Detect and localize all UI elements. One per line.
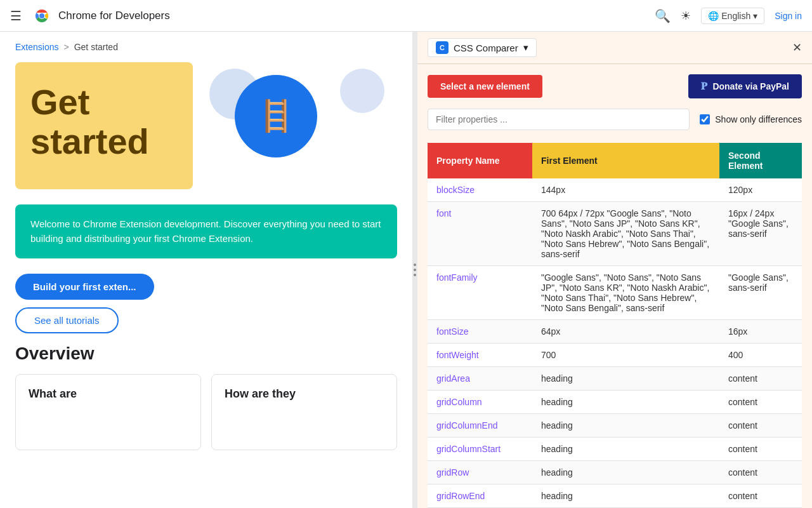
property-link[interactable]: gridColumn <box>436 397 482 407</box>
property-link[interactable]: fontWeight <box>436 350 479 360</box>
property-link[interactable]: gridRow <box>436 467 469 478</box>
property-link[interactable]: blockSize <box>436 185 475 195</box>
second-element-value: content <box>719 461 802 485</box>
breadcrumb-separator: > <box>63 42 69 52</box>
first-element-value: heading <box>532 461 719 485</box>
second-element-value: content <box>719 367 802 391</box>
right-panel: C CSS Comparer ▾ ✕ Select a new element … <box>417 32 812 508</box>
first-element-value: heading <box>532 391 719 414</box>
main-area: Extensions > Get started Get started 🪜 <box>0 32 812 508</box>
breadcrumb-current: Get started <box>74 42 118 52</box>
hero-section: Get started 🪜 <box>0 62 412 204</box>
table-row: fontWeight700400 <box>428 344 802 367</box>
build-extension-button[interactable]: Build your first exten... <box>15 274 154 300</box>
table-row: gridColumnStartheadingcontent <box>428 438 802 461</box>
second-element-value: content <box>719 438 802 461</box>
sign-in-link[interactable]: Sign in <box>775 11 802 21</box>
first-element-value: heading <box>532 438 719 461</box>
first-element-value: heading <box>532 485 719 508</box>
divider-dots <box>414 264 416 276</box>
property-link[interactable]: gridArea <box>436 373 470 384</box>
overview-cards: What are How are they <box>15 374 397 450</box>
hero-title-box: Get started <box>15 62 193 189</box>
hero-title: Get started <box>30 83 178 161</box>
first-element-value: 700 <box>532 344 719 367</box>
table-row: blockSize144px120px <box>428 178 802 202</box>
site-logo: Chrome for Developers <box>32 6 170 26</box>
overview-title: Overview <box>15 344 397 364</box>
overview-section: Overview What are How are they <box>0 344 412 460</box>
second-element-value: 16px / 24px "Google Sans", sans-serif <box>719 202 802 266</box>
see-tutorials-button[interactable]: See all tutorials <box>15 307 119 333</box>
property-link[interactable]: fontFamily <box>436 272 478 283</box>
hamburger-menu-icon[interactable]: ☰ <box>10 8 22 23</box>
property-link[interactable]: fontSize <box>436 326 469 337</box>
panel-divider[interactable] <box>412 32 417 508</box>
table-header: Property Name First Element Second Eleme… <box>428 143 802 178</box>
second-element-value: 400 <box>719 344 802 367</box>
overview-card-how-title: How are they <box>225 387 384 401</box>
show-differences-checkbox[interactable] <box>700 114 710 124</box>
site-title: Chrome for Developers <box>58 10 170 22</box>
comparer-close-button[interactable]: ✕ <box>792 41 802 55</box>
th-first-element: First Element <box>532 143 719 178</box>
donate-paypal-button[interactable]: 𝐏 Donate via PayPal <box>688 74 802 98</box>
filter-checkbox-area: Show only differences <box>700 114 802 124</box>
chrome-logo-icon <box>32 6 52 26</box>
comparer-actions: Select a new element 𝐏 Donate via PayPal <box>428 74 802 98</box>
table-body: blockSize144px120pxfont700 64px / 72px "… <box>428 178 802 508</box>
language-selector[interactable]: 🌐 English ▾ <box>701 8 764 24</box>
chevron-down-icon: ▾ <box>753 11 757 21</box>
comparer-title[interactable]: C CSS Comparer ▾ <box>428 38 537 57</box>
table-row: gridAreaheadingcontent <box>428 367 802 391</box>
filter-row: Show only differences <box>428 109 802 130</box>
language-label: English <box>721 11 750 21</box>
first-element-value: 700 64px / 72px "Google Sans", "Noto San… <box>532 202 719 266</box>
show-differences-label: Show only differences <box>715 114 802 124</box>
second-element-value: 120px <box>719 178 802 202</box>
first-element-value: "Google Sans", "Noto Sans", "Noto Sans J… <box>532 266 719 320</box>
css-comparison-table: Property Name First Element Second Eleme… <box>428 143 802 508</box>
property-link[interactable]: gridColumnStart <box>436 444 501 454</box>
second-element-value: content <box>719 414 802 438</box>
second-element-value: 16px <box>719 320 802 344</box>
hero-graphic: 🪜 <box>203 62 397 189</box>
th-property-name: Property Name <box>428 143 532 178</box>
filter-input[interactable] <box>428 109 690 130</box>
top-navigation: ☰ Chrome for Developers 🔍 ☀ 🌐 English ▾ … <box>0 0 812 32</box>
svg-point-3 <box>39 13 44 18</box>
bubble-decoration-small <box>340 69 384 113</box>
property-link[interactable]: gridRowEnd <box>436 491 485 501</box>
property-link[interactable]: font <box>436 208 451 218</box>
comparer-header: C CSS Comparer ▾ ✕ <box>417 32 812 64</box>
comparer-logo-icon: C <box>436 41 449 54</box>
comparer-dropdown-icon: ▾ <box>523 42 528 53</box>
first-element-value: heading <box>532 367 719 391</box>
first-element-value: 144px <box>532 178 719 202</box>
breadcrumb-parent[interactable]: Extensions <box>15 42 58 52</box>
search-icon[interactable]: 🔍 <box>655 8 671 23</box>
table-row: fontFamily"Google Sans", "Noto Sans", "N… <box>428 266 802 320</box>
theme-toggle-icon[interactable]: ☀ <box>681 9 691 23</box>
first-element-value: 64px <box>532 320 719 344</box>
stairs-icon: 🪜 <box>257 101 295 131</box>
table-header-row: Property Name First Element Second Eleme… <box>428 143 802 178</box>
left-panel: Extensions > Get started Get started 🪜 <box>0 32 412 508</box>
comparer-body: Select a new element 𝐏 Donate via PayPal… <box>417 64 812 508</box>
table-row: gridRowEndheadingcontent <box>428 485 802 508</box>
donate-label: Donate via PayPal <box>712 81 789 91</box>
bubble-decoration-large: 🪜 <box>235 75 317 157</box>
table-row: gridRowheadingcontent <box>428 461 802 485</box>
welcome-box: Welcome to Chrome Extension development.… <box>15 204 397 258</box>
second-element-value: "Google Sans", sans-serif <box>719 266 802 320</box>
comparer-title-label: CSS Comparer <box>454 43 518 53</box>
table-row: gridColumnEndheadingcontent <box>428 414 802 438</box>
overview-card-how: How are they <box>211 374 397 450</box>
th-second-element: Second Element <box>719 143 802 178</box>
select-element-button[interactable]: Select a new element <box>428 75 542 98</box>
first-element-value: heading <box>532 414 719 438</box>
paypal-icon: 𝐏 <box>701 81 707 92</box>
overview-card-what: What are <box>15 374 201 450</box>
table-row: fontSize64px16px <box>428 320 802 344</box>
property-link[interactable]: gridColumnEnd <box>436 420 498 431</box>
